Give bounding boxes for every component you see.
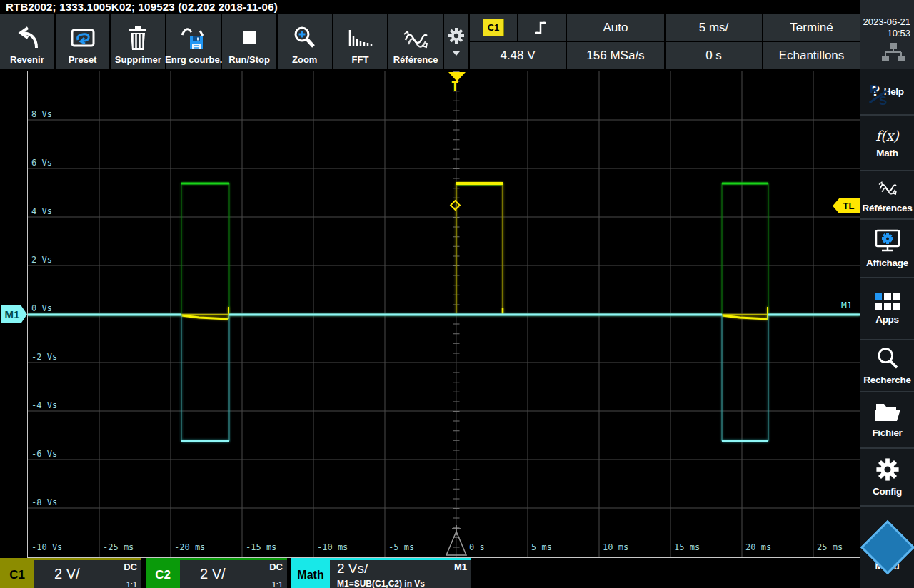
- spectrum-icon: [344, 23, 376, 54]
- preset-loop-icon: [67, 23, 99, 54]
- preset-button[interactable]: Preset: [56, 14, 110, 69]
- stop-square-icon: [235, 23, 263, 54]
- m1-trace-label: M1: [841, 300, 853, 310]
- button-label: Enrg courbe.: [165, 54, 222, 65]
- graticule-canvas: [28, 71, 860, 557]
- trigger-slope-cell[interactable]: [518, 14, 566, 41]
- t-axis-label: 0 s: [469, 542, 485, 552]
- trigger-source-cell[interactable]: C1: [470, 14, 517, 41]
- button-label: Zoom: [292, 54, 317, 65]
- v-axis-label: 2 Vs: [31, 255, 52, 265]
- gear-icon: [448, 27, 465, 44]
- sidebar-item-affichage[interactable]: Affichage: [860, 218, 914, 277]
- channel1-coupling: DC: [124, 562, 137, 572]
- sidebar-item-config[interactable]: Config: [860, 447, 914, 505]
- button-label: Preset: [69, 54, 97, 65]
- gear-icon: [875, 457, 900, 482]
- rising-edge-icon: [533, 19, 551, 36]
- acq-state-cell[interactable]: Terminé: [763, 14, 860, 41]
- toolbar: Revenir Preset Supprimer Enrg courbe. Ru…: [0, 14, 444, 69]
- search-icon: [875, 346, 900, 370]
- save-waveform-icon: [178, 23, 209, 54]
- oscilloscope-screen: RTB2002; 1333.1005K02; 109523 (02.202 20…: [0, 0, 914, 588]
- rs-logo-letters: RS: [860, 78, 899, 117]
- folder-icon: [873, 402, 902, 423]
- channel-bar: C1 2 V/ DC 1:1 C2 2 V/ DC 1:1 Math 2 Vs/…: [0, 558, 860, 588]
- channel2-probe: 1:1: [272, 580, 283, 588]
- horizontal-position-cell[interactable]: 0 s: [666, 42, 762, 69]
- m1-position-badge[interactable]: M1: [1, 305, 27, 323]
- t-axis-label: -25 ms: [103, 542, 134, 552]
- v-axis-label: 0 Vs: [31, 303, 52, 313]
- back-arrow-icon: [13, 23, 41, 54]
- zoom-magnifier-icon: [291, 23, 319, 54]
- reference-waveform-icon: [874, 177, 901, 198]
- math-trace-label: M1: [454, 562, 467, 572]
- acquisition-mode-cell[interactable]: Echantillons: [763, 42, 860, 69]
- channel2-coupling: DC: [269, 562, 283, 572]
- v-axis-label: 8 Vs: [31, 109, 52, 119]
- trigger-position-label: T: [451, 79, 458, 93]
- math-badge: Math: [291, 560, 330, 588]
- button-label: Référence: [393, 54, 438, 65]
- math-scale: 2 Vs/: [337, 561, 368, 577]
- trigger-mode-cell[interactable]: Auto: [567, 14, 664, 41]
- channel1-scale: 2 V/: [54, 566, 80, 582]
- status-bar: C1 Auto 5 ms/ Terminé 4.48 V 156 MSa/s 0…: [470, 14, 860, 69]
- t-axis-label: 20 ms: [745, 542, 771, 552]
- trigger-source-badge: C1: [483, 19, 505, 36]
- button-label: Run/Stop: [228, 54, 270, 65]
- v-axis-label: -8 Vs: [31, 497, 57, 507]
- v-axis-label: -6 Vs: [31, 449, 57, 459]
- v-axis-label: -2 Vs: [31, 352, 57, 362]
- channel1-settings[interactable]: C1 2 V/ DC 1:1: [0, 558, 141, 588]
- sidebar-item-apps[interactable]: Apps: [860, 277, 914, 339]
- t-axis-label: 15 ms: [674, 542, 700, 552]
- enrg-courbe-button[interactable]: Enrg courbe.: [166, 14, 221, 69]
- math-definition: M1=SUB(C1,C2) in Vs: [337, 579, 425, 588]
- v-axis-label: -10 Vs: [31, 542, 62, 552]
- datetime-panel: 2023-06-21 10:53: [860, 0, 914, 69]
- zoom-button[interactable]: Zoom: [278, 14, 332, 69]
- instrument-title: RTB2002; 1333.1005K02; 109523 (02.202 20…: [0, 0, 860, 14]
- channel1-probe: 1:1: [126, 580, 137, 588]
- t-axis-label: -5 ms: [388, 542, 414, 552]
- reference-waveform-icon: [400, 23, 431, 54]
- reference-button[interactable]: Référence: [388, 14, 443, 69]
- math-settings[interactable]: Math 2 Vs/ M1 M1=SUB(C1,C2) in Vs: [291, 558, 471, 588]
- fx-icon: f(x): [875, 128, 899, 143]
- timebase-cell[interactable]: 5 ms/: [666, 14, 762, 41]
- sidebar-item-fichier[interactable]: Fichier: [860, 391, 914, 447]
- run-stop-button[interactable]: Run/Stop: [222, 14, 276, 69]
- channel2-badge: C2: [146, 560, 180, 588]
- trash-icon: [124, 23, 152, 54]
- sidebar-menu: ? Help f(x) Math Références Affichage Ap…: [860, 69, 914, 588]
- button-label: Supprimer: [115, 54, 161, 65]
- fft-button[interactable]: FFT: [333, 14, 388, 69]
- sidebar-item-menu[interactable]: RS Menu: [860, 505, 914, 588]
- settings-gear-button[interactable]: [444, 14, 468, 69]
- t-axis-label: 25 ms: [817, 542, 843, 552]
- chevron-down-icon: [453, 51, 460, 56]
- sidebar-item-recherche[interactable]: Recherche: [860, 339, 914, 391]
- channel1-badge: C1: [0, 560, 34, 588]
- revenir-button[interactable]: Revenir: [0, 14, 54, 69]
- sample-rate-cell[interactable]: 156 MSa/s: [567, 42, 664, 69]
- sidebar-item-references[interactable]: Références: [860, 170, 914, 218]
- channel2-scale: 2 V/: [200, 566, 226, 582]
- t-axis-label: 5 ms: [531, 542, 552, 552]
- waveform-display[interactable]: 8 Vs 6 Vs 4 Vs 2 Vs 0 Vs -2 Vs -4 Vs -6 …: [27, 71, 860, 558]
- t-axis-label: -15 ms: [246, 542, 276, 552]
- rs-logo-icon: [860, 519, 914, 574]
- sidebar-item-math[interactable]: f(x) Math: [860, 114, 914, 170]
- apps-grid-icon: [875, 293, 900, 310]
- channel2-settings[interactable]: C2 2 V/ DC 1:1: [146, 558, 287, 588]
- network-lan-icon: [881, 43, 905, 63]
- button-label: FFT: [352, 54, 369, 65]
- supprimer-button[interactable]: Supprimer: [111, 14, 165, 69]
- time-label: 10:53: [863, 28, 911, 39]
- t-axis-label: -10 ms: [317, 542, 348, 552]
- date-label: 2023-06-21: [863, 16, 911, 28]
- trigger-level-cell[interactable]: 4.48 V: [470, 42, 566, 69]
- v-axis-label: -4 Vs: [31, 400, 57, 410]
